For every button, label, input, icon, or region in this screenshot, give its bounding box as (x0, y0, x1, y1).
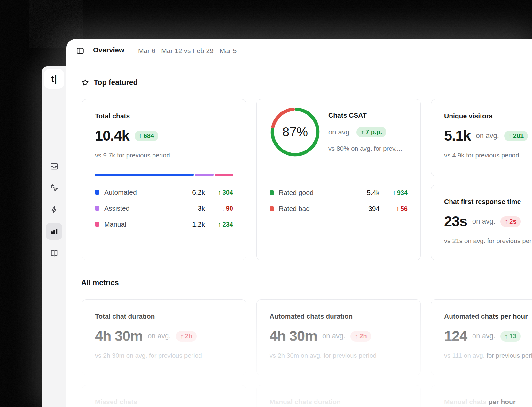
bar-segment-assisted (195, 174, 213, 176)
card-title: Chats CSAT (328, 111, 402, 119)
arrow-up-icon: ↑ (393, 189, 396, 196)
legend-row-assisted: Assisted 3k ↓ 90 (95, 204, 233, 212)
legend-row-rated-bad: Rated bad 394 ↑ 56 (270, 204, 408, 213)
metric-value: 4h 30m (95, 328, 143, 344)
arrow-up-icon: ↑ (508, 132, 512, 140)
swatch (95, 190, 99, 195)
panel-toggle-icon[interactable] (76, 47, 84, 55)
comparison-text: vs 2h 30m on avg. for previous period (95, 352, 233, 359)
legend-row-manual: Manual 1.2k ↑ 234 (95, 220, 233, 228)
legend: Automated 6.2k ↑ 304 Assisted 3k ↓ 90 Ma… (95, 188, 233, 228)
bar-chart-icon (50, 227, 59, 236)
card-chat-first-response-time: Chat first response time 23s on avg. ↑ 2… (431, 185, 532, 260)
delta-value: ↑ 234 (205, 221, 233, 228)
metric-value: 5.1k (444, 127, 471, 144)
delta-badge: ↑ 2s (500, 216, 520, 227)
spark-cursor-icon (50, 184, 59, 192)
sidebar-item-automation[interactable] (46, 180, 62, 196)
card-automated-chats-per-hour: Automated chats per hour 124 on avg. ↑ 1… (431, 299, 532, 375)
arrow-up-icon: ↑ (396, 205, 399, 212)
card-divider (270, 177, 408, 177)
comparison-text: vs 111 on avg. for previous period (444, 352, 532, 359)
sidebar: t| (42, 66, 66, 407)
delta-badge: ↑ 201 (504, 131, 528, 141)
delta-badge: ↑ 13 (500, 331, 520, 342)
delta-badge: ↑ 2h (350, 331, 371, 342)
delta-badge: ↑ 684 (135, 131, 158, 141)
swatch (270, 190, 274, 195)
metric-value: 10.4k (95, 127, 129, 144)
card-title: Chat first response time (444, 198, 532, 205)
delta-value: ↓ 90 (205, 205, 233, 212)
bar-segment-automated (95, 174, 194, 176)
card-missed-chats: Missed chats (82, 385, 246, 407)
sidebar-item-reports[interactable] (46, 223, 62, 240)
card-title: Total chats (95, 112, 233, 120)
sidebar-item-actions[interactable] (46, 201, 62, 218)
date-range[interactable]: Mar 6 - Mar 12 vs Feb 29 - Mar 5 (138, 47, 237, 55)
book-icon (50, 249, 59, 257)
delta-value: ↑ 56 (379, 205, 408, 212)
page-title: Overview (93, 46, 124, 54)
arrow-up-icon: ↑ (180, 333, 183, 340)
arrow-up-icon: ↑ (139, 132, 142, 140)
arrow-up-icon: ↑ (355, 333, 358, 340)
metric-value: 124 (444, 328, 467, 344)
comparison-text: vs 9.7k for previous period (95, 152, 233, 159)
comparison-text: vs 4.9k for previous period (444, 152, 532, 159)
legend-row-rated-good: Rated good 5.4k ↑ 934 (270, 188, 408, 197)
card-total-chats: Total chats 10.4k ↑ 684 vs 9.7k for prev… (82, 99, 246, 260)
card-chats-csat: 87% Chats CSAT on avg. ↑ 7 p.p. vs 80% o… (256, 99, 421, 260)
card-title: Automated chats per hour (444, 312, 532, 320)
screenshot-stage: t| (0, 0, 532, 407)
bar-segment-manual (215, 174, 233, 176)
card-manual-chats-duration: Manual chats duration (256, 385, 421, 407)
header-divider (66, 63, 532, 63)
delta-badge: ↑ 2h (176, 331, 196, 342)
card-manual-chats-per-hour: Manual chats per hour (431, 385, 532, 407)
swatch (95, 206, 99, 211)
stacked-bar (95, 174, 233, 176)
metric-value: 4h 30m (270, 328, 317, 344)
arrow-up-icon: ↑ (505, 218, 508, 225)
legend-row-automated: Automated 6.2k ↑ 304 (95, 188, 233, 196)
csat-gauge: 87% (270, 106, 321, 157)
card-automated-chats-duration: Automated chats duration 4h 30m on avg. … (256, 299, 421, 375)
legend: Rated good 5.4k ↑ 934 Rated bad 394 ↑ 56 (270, 188, 408, 213)
delta-badge: ↑ 7 p.p. (356, 127, 386, 137)
arrow-up-icon: ↑ (505, 333, 508, 340)
section-top-featured: Top featured (81, 78, 138, 87)
arrow-up-icon: ↑ (361, 128, 364, 136)
arrow-down-icon: ↓ (222, 205, 225, 212)
card-title: Manual chats per hour (444, 398, 532, 406)
metric-value: 23s (444, 213, 467, 230)
sidebar-item-knowledge[interactable] (46, 245, 62, 261)
lightning-icon (50, 205, 59, 214)
card-title: Total chat duration (95, 312, 233, 320)
card-title: Manual chats duration (270, 398, 408, 406)
card-unique-visitors: Unique visitors 5.1k on avg. ↑ 201 vs 4.… (431, 99, 532, 176)
star-icon (81, 79, 89, 87)
arrow-up-icon: ↑ (218, 189, 221, 196)
arrow-up-icon: ↑ (218, 221, 221, 228)
swatch (95, 222, 99, 227)
card-title: Missed chats (95, 398, 233, 406)
delta-value: ↑ 304 (205, 189, 233, 196)
comparison-text: vs 21s on avg. for previous period (444, 237, 532, 245)
card-total-chat-duration: Total chat duration 4h 30m on avg. ↑ 2h … (82, 299, 246, 375)
inbox-icon (50, 162, 59, 171)
swatch (270, 206, 274, 211)
card-title: Automated chats duration (270, 312, 408, 320)
comparison-text: vs 2h 30m on avg. for previous period (270, 352, 408, 359)
card-title: Unique visitors (444, 112, 532, 120)
comparison-text: vs 80% on avg. for prev.... (328, 145, 402, 152)
sidebar-item-inbox[interactable] (46, 158, 62, 174)
app-logo: t| (44, 69, 64, 89)
section-all-metrics: All metrics (81, 279, 119, 287)
delta-value: ↑ 934 (379, 189, 408, 196)
gauge-value: 87% (282, 125, 308, 139)
